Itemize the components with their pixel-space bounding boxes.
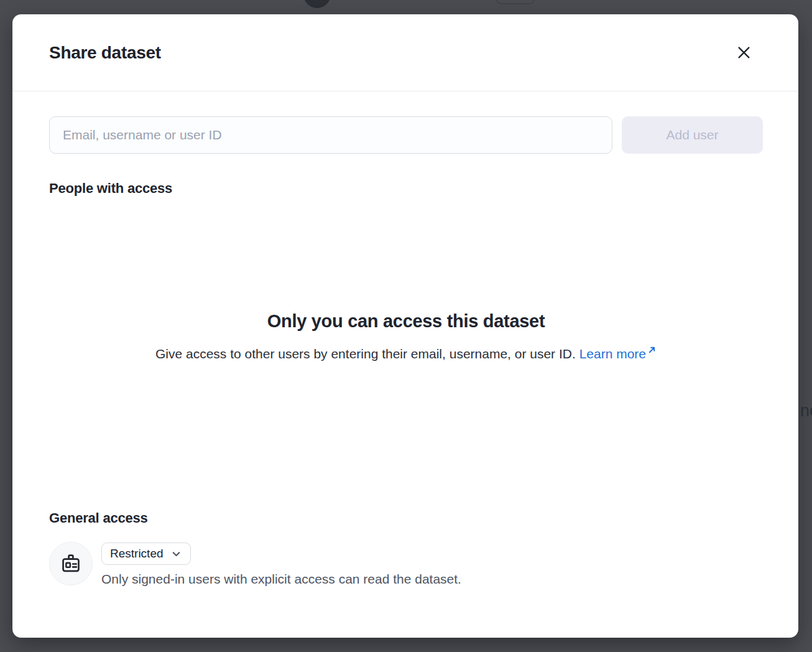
external-link-arrow-icon <box>646 347 657 361</box>
add-user-button[interactable]: Add user <box>622 116 763 154</box>
access-controls: Restricted Only signed-in users with exp… <box>101 542 461 587</box>
modal-header: Share dataset <box>12 14 798 91</box>
empty-state-title: Only you can access this dataset <box>49 311 763 332</box>
learn-more-link[interactable]: Learn more <box>579 347 657 361</box>
id-badge-icon <box>60 553 81 574</box>
close-button[interactable] <box>734 43 754 63</box>
general-access-row: Restricted Only signed-in users with exp… <box>49 542 763 587</box>
share-user-input[interactable] <box>49 116 612 154</box>
people-with-access-heading: People with access <box>49 180 763 197</box>
chevron-down-icon <box>171 549 182 559</box>
general-access-description: Only signed-in users with explicit acces… <box>101 572 461 587</box>
background-avatar <box>303 0 331 8</box>
general-access-dropdown[interactable]: Restricted <box>101 543 191 565</box>
general-access-heading: General access <box>49 510 763 526</box>
background-button-outline <box>496 0 535 4</box>
people-empty-state: Only you can access this dataset Give ac… <box>49 311 763 361</box>
empty-state-description: Give access to other users by entering t… <box>49 345 763 361</box>
close-icon <box>736 44 752 61</box>
share-dataset-modal: Share dataset Add user People with acces… <box>12 14 798 638</box>
background-text-fragment: ne <box>800 401 812 421</box>
add-user-row: Add user <box>49 116 763 154</box>
modal-body: Add user People with access Only you can… <box>12 91 798 638</box>
general-access-selected: Restricted <box>110 547 164 561</box>
modal-title: Share dataset <box>49 43 161 63</box>
access-icon-circle <box>49 542 93 585</box>
